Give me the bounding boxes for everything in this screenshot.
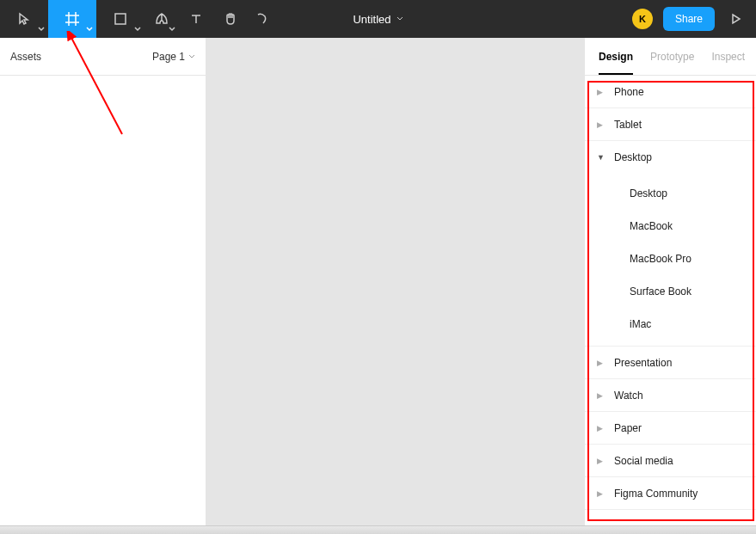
chevron-down-icon [396,15,403,22]
preset-desktop-surface-book[interactable]: Surface Book [585,275,756,308]
caret-down-icon: ▼ [597,153,605,162]
chevron-down-icon [188,53,195,60]
preset-label: Figma Community [614,488,698,500]
chevron-down-icon [38,26,45,33]
preset-desktop[interactable]: ▼ Desktop [585,141,756,174]
caret-right-icon: ▶ [597,391,605,400]
preset-social[interactable]: ▶ Social media [585,445,756,477]
preset-label: Paper [614,422,642,434]
frame-preset-list: ▶ Phone ▶ Tablet ▼ Desktop Desktop MacBo… [585,76,756,510]
svg-rect-0 [115,14,126,24]
page-selector-label: Page 1 [152,51,185,63]
comment-tool[interactable] [248,0,275,38]
preset-label: Tablet [614,119,642,131]
preset-desktop-desktop[interactable]: Desktop [585,177,756,210]
preset-desktop-macbook[interactable]: MacBook [585,210,756,242]
user-avatar[interactable]: K [632,9,653,29]
shape-tool[interactable] [96,0,144,38]
tab-design[interactable]: Design [599,51,633,75]
text-tool[interactable] [179,0,213,38]
caret-right-icon: ▶ [597,457,605,465]
preset-community[interactable]: ▶ Figma Community [585,477,756,510]
preset-tablet[interactable]: ▶ Tablet [585,108,756,141]
chevron-down-icon [86,26,93,33]
document-title-text: Untitled [353,13,390,26]
preset-label: Presentation [614,357,672,369]
move-tool[interactable] [0,0,48,38]
caret-right-icon: ▶ [597,120,605,129]
caret-right-icon: ▶ [597,88,605,96]
preset-watch[interactable]: ▶ Watch [585,379,756,412]
preset-paper[interactable]: ▶ Paper [585,412,756,445]
present-button[interactable] [725,13,746,25]
preset-desktop-imac[interactable]: iMac [585,308,756,341]
play-icon [729,13,741,25]
preset-label: Phone [614,86,644,98]
tab-inspect[interactable]: Inspect [711,51,745,63]
page-selector[interactable]: Page 1 [152,51,195,63]
preset-phone[interactable]: ▶ Phone [585,76,756,108]
hand-tool[interactable] [213,0,248,38]
right-panel-tabs: Design Prototype Inspect [585,38,756,76]
caret-right-icon: ▶ [597,424,605,433]
preset-desktop-macbook-pro[interactable]: MacBook Pro [585,242,756,275]
canvas[interactable] [206,38,584,525]
right-panel: Design Prototype Inspect ▶ Phone ▶ Table… [584,38,756,525]
chevron-down-icon [134,26,141,33]
preset-label: Watch [614,390,643,402]
caret-right-icon: ▶ [597,489,605,498]
left-panel: Assets Page 1 [0,38,206,525]
pen-tool[interactable] [144,0,179,38]
caret-right-icon: ▶ [597,359,605,367]
top-toolbar: Untitled K Share [0,0,756,38]
bottom-bar [0,525,756,534]
preset-label: Desktop [614,151,652,163]
share-button[interactable]: Share [663,7,715,31]
frame-tool[interactable] [48,0,96,38]
tab-prototype[interactable]: Prototype [650,51,694,63]
document-title[interactable]: Untitled [353,13,403,26]
preset-presentation[interactable]: ▶ Presentation [585,347,756,379]
tab-assets[interactable]: Assets [10,51,41,63]
chevron-down-icon [169,26,175,33]
preset-label: Social media [614,455,673,467]
